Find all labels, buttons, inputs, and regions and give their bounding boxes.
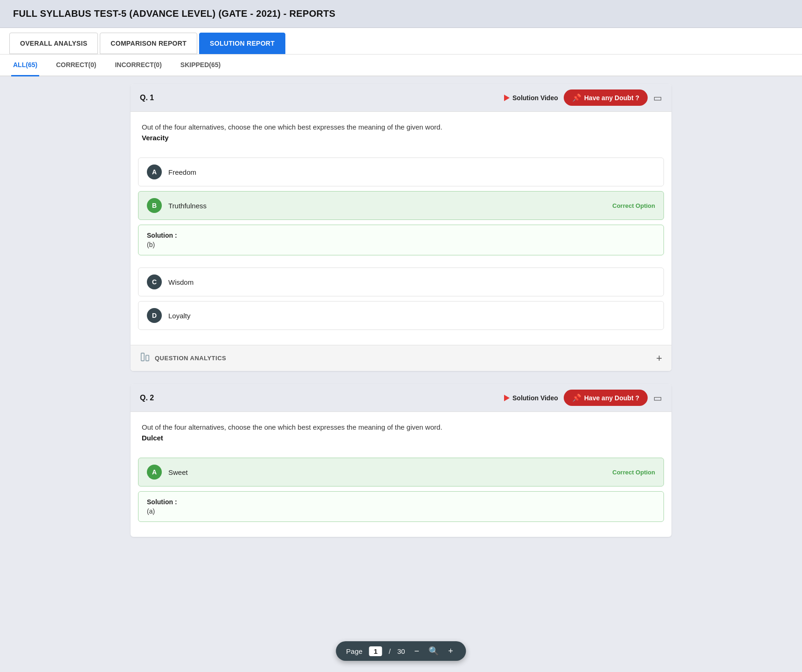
analytics-text-1: QUESTION ANALYTICS: [155, 355, 226, 362]
analytics-bar-1[interactable]: QUESTION ANALYTICS +: [131, 345, 671, 371]
option-badge-2-a: A: [147, 465, 162, 480]
question-2-text: Out of the four alternatives, choose the…: [142, 423, 660, 431]
have-doubt-btn-1[interactable]: 📌 Have any Doubt ?: [564, 89, 648, 106]
question-1-number: Q. 1: [140, 94, 154, 102]
main-content: Q. 1 Solution Video 📌 Have any Doubt ? ▭…: [121, 76, 681, 557]
analytics-icon-1: [140, 352, 150, 364]
play-icon-1: [504, 95, 510, 101]
play-icon-2: [504, 395, 510, 401]
option-1-a[interactable]: A Freedom: [138, 158, 664, 186]
question-2-actions: Solution Video 📌 Have any Doubt ? ▭: [504, 390, 662, 406]
option-1-d[interactable]: D Loyalty: [138, 301, 664, 330]
filter-skipped[interactable]: SKIPPED(65): [179, 55, 222, 76]
tab-overall-analysis[interactable]: OVERALL ANALYSIS: [9, 33, 98, 54]
tab-bar: OVERALL ANALYSIS COMPARISON REPORT SOLUT…: [0, 28, 802, 55]
solution-box-2: Solution : (a): [138, 491, 664, 522]
doubt-icon-1: 📌: [572, 93, 581, 102]
filter-correct[interactable]: CORRECT(0): [54, 55, 98, 76]
question-1-header: Q. 1 Solution Video 📌 Have any Doubt ? ▭: [131, 84, 671, 112]
option-badge-1-b: B: [147, 198, 162, 213]
option-1-c[interactable]: C Wisdom: [138, 267, 664, 296]
doubt-icon-2: 📌: [572, 393, 581, 402]
filter-incorrect[interactable]: INCORRECT(0): [113, 55, 163, 76]
option-2-a[interactable]: A Sweet Correct Option: [138, 458, 664, 487]
question-2-header: Q. 2 Solution Video 📌 Have any Doubt ? ▭: [131, 384, 671, 412]
solution-label-2: Solution :: [147, 498, 655, 506]
solution-video-btn-1[interactable]: Solution Video: [504, 94, 558, 102]
have-doubt-label-1: Have any Doubt ?: [584, 94, 639, 102]
correct-label-2-a: Correct Option: [612, 469, 655, 476]
page-title: FULL SYLLABUS TEST-5 (ADVANCE LEVEL) (GA…: [13, 8, 789, 19]
question-card-2: Q. 2 Solution Video 📌 Have any Doubt ? ▭…: [131, 384, 671, 537]
option-text-1-b: Truthfulness: [168, 202, 606, 210]
question-1-options: A Freedom B Truthfulness Correct Option …: [131, 158, 671, 345]
question-1-actions: Solution Video 📌 Have any Doubt ? ▭: [504, 89, 662, 106]
option-1-b[interactable]: B Truthfulness Correct Option: [138, 191, 664, 220]
question-1-text: Out of the four alternatives, choose the…: [142, 123, 660, 131]
option-text-1-a: Freedom: [168, 168, 655, 176]
svg-rect-0: [141, 353, 144, 361]
correct-label-1-b: Correct Option: [612, 202, 655, 209]
option-badge-1-a: A: [147, 165, 162, 179]
analytics-plus-1: +: [656, 352, 662, 364]
question-2-options: A Sweet Correct Option Solution : (a): [131, 458, 671, 537]
option-text-1-c: Wisdom: [168, 278, 655, 286]
question-2-number: Q. 2: [140, 394, 154, 402]
filter-all[interactable]: ALL(65): [11, 55, 39, 76]
bookmark-btn-1[interactable]: ▭: [653, 92, 662, 103]
question-2-word: Dulcet: [142, 434, 660, 442]
option-badge-1-c: C: [147, 274, 162, 289]
solution-label-1: Solution :: [147, 232, 655, 239]
solution-video-label-2: Solution Video: [512, 394, 558, 402]
question-card-1: Q. 1 Solution Video 📌 Have any Doubt ? ▭…: [131, 84, 671, 371]
question-2-body: Out of the four alternatives, choose the…: [131, 412, 671, 449]
have-doubt-btn-2[interactable]: 📌 Have any Doubt ?: [564, 390, 648, 406]
solution-value-1: (b): [147, 241, 655, 248]
solution-video-label-1: Solution Video: [512, 94, 558, 102]
option-text-1-d: Loyalty: [168, 312, 655, 320]
question-1-body: Out of the four alternatives, choose the…: [131, 112, 671, 149]
solution-value-2: (a): [147, 507, 655, 515]
tab-comparison-report[interactable]: COMPARISON REPORT: [100, 33, 197, 54]
filter-bar: ALL(65) CORRECT(0) INCORRECT(0) SKIPPED(…: [0, 55, 802, 76]
tab-solution-report[interactable]: SOLUTION REPORT: [199, 33, 285, 54]
bookmark-btn-2[interactable]: ▭: [653, 392, 662, 404]
solution-box-1: Solution : (b): [138, 225, 664, 255]
question-1-word: Veracity: [142, 134, 660, 142]
option-text-2-a: Sweet: [168, 468, 606, 476]
page-header: FULL SYLLABUS TEST-5 (ADVANCE LEVEL) (GA…: [0, 0, 802, 28]
svg-rect-1: [146, 355, 149, 361]
have-doubt-label-2: Have any Doubt ?: [584, 394, 639, 402]
solution-video-btn-2[interactable]: Solution Video: [504, 394, 558, 402]
analytics-left-1: QUESTION ANALYTICS: [140, 352, 226, 364]
option-badge-1-d: D: [147, 308, 162, 323]
